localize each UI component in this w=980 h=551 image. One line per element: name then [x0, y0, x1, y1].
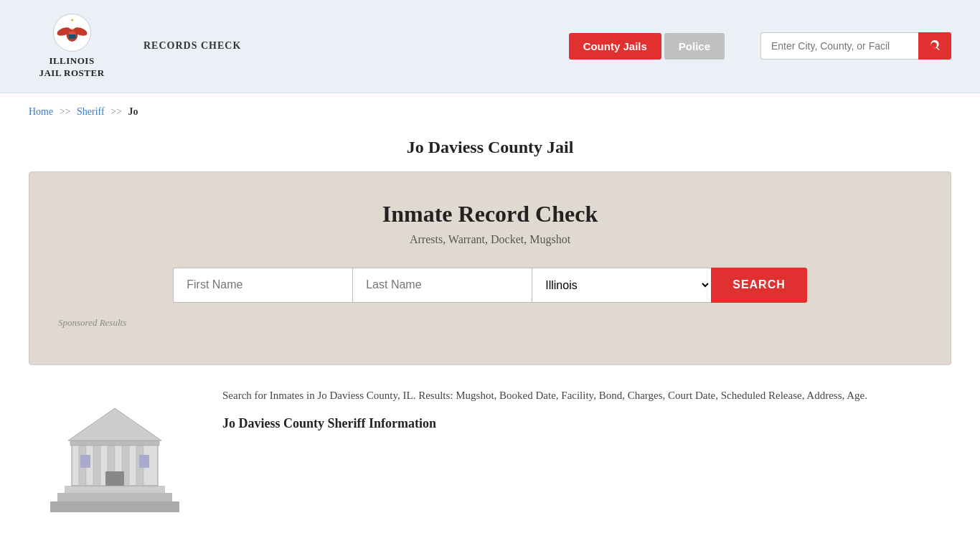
police-button[interactable]: Police — [664, 33, 725, 60]
description-paragraph: Search for Inmates in Jo Daviess County,… — [222, 387, 951, 405]
breadcrumb-home-link[interactable]: Home — [29, 106, 53, 117]
sponsored-results-label: Sponsored Results — [58, 317, 922, 329]
breadcrumb-sep1: >> — [60, 106, 71, 117]
svg-rect-23 — [139, 455, 149, 468]
svg-rect-19 — [70, 441, 159, 446]
svg-text:★: ★ — [70, 18, 74, 22]
breadcrumb-sheriff-link[interactable]: Sheriff — [77, 106, 105, 117]
svg-rect-15 — [93, 446, 100, 486]
description-area: Search for Inmates in Jo Daviess County,… — [222, 387, 951, 432]
svg-marker-20 — [68, 408, 161, 441]
svg-rect-12 — [65, 486, 165, 493]
logo-text: ILLINOIS JAIL ROSTER — [39, 55, 104, 80]
building-illustration — [29, 387, 201, 530]
header-search-bar — [760, 32, 951, 60]
first-name-input[interactable] — [173, 268, 352, 303]
breadcrumb: Home >> Sheriff >> Jo — [0, 93, 980, 131]
inmate-search-button[interactable]: SEARCH — [711, 268, 807, 303]
inmate-search-subtitle: Arrests, Warrant, Docket, Mugshot — [58, 233, 922, 246]
illinois-seal-icon: ★ — [52, 13, 92, 52]
inmate-search-section: Inmate Record Check Arrests, Warrant, Do… — [29, 171, 951, 365]
inmate-search-form: AlabamaAlaskaArizonaArkansasCaliforniaCo… — [58, 268, 922, 303]
svg-rect-11 — [57, 493, 172, 501]
county-jails-button[interactable]: County Jails — [569, 33, 661, 60]
svg-rect-6 — [69, 32, 75, 34]
nav-buttons: County Jails Police — [569, 33, 725, 60]
breadcrumb-sep2: >> — [110, 106, 122, 117]
sheriff-info-heading: Jo Daviess County Sheriff Information — [222, 416, 951, 431]
header-search-input[interactable] — [760, 32, 918, 60]
logo-area: ★ ILLINOIS JAIL ROSTER — [29, 13, 115, 80]
svg-rect-10 — [50, 501, 179, 512]
page-title: Jo Daviess County Jail — [0, 131, 980, 171]
svg-rect-21 — [105, 471, 124, 486]
inmate-search-heading: Inmate Record Check — [58, 201, 922, 227]
site-header: ★ ILLINOIS JAIL ROSTER RECORDS CHECK Cou… — [0, 0, 980, 93]
courthouse-icon — [36, 387, 194, 530]
svg-rect-22 — [80, 455, 90, 468]
bottom-section: Search for Inmates in Jo Daviess County,… — [0, 387, 980, 551]
search-icon — [928, 39, 941, 52]
svg-point-4 — [68, 22, 75, 29]
last-name-input[interactable] — [352, 268, 532, 303]
state-select[interactable]: AlabamaAlaskaArizonaArkansasCaliforniaCo… — [532, 268, 711, 303]
records-check-link[interactable]: RECORDS CHECK — [143, 40, 241, 52]
breadcrumb-current: Jo — [128, 106, 138, 117]
header-search-button[interactable] — [918, 32, 951, 60]
